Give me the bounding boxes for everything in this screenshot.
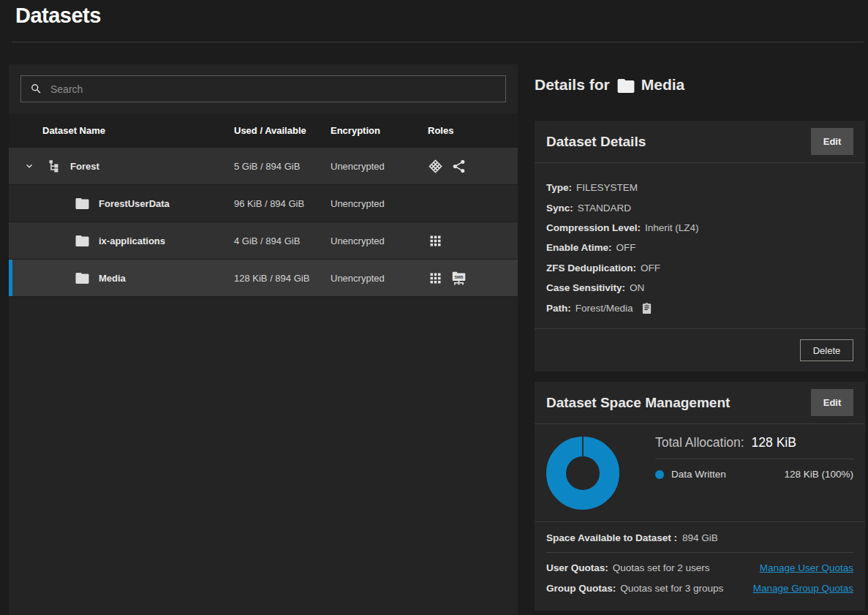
dataset-name: ForestUserData bbox=[99, 198, 170, 209]
encryption-value: Unencrypted bbox=[331, 198, 428, 209]
folder-icon bbox=[75, 198, 89, 209]
delete-dataset-button[interactable]: Delete bbox=[800, 339, 853, 361]
encryption-value: Unencrypted bbox=[331, 161, 428, 172]
search-icon bbox=[30, 83, 42, 95]
table-row-media[interactable]: Media 128 KiB / 894 GiB Unencrypted SMB bbox=[9, 260, 518, 297]
details-title-prefix: Details for bbox=[535, 76, 610, 94]
pool-role-icon[interactable] bbox=[428, 159, 443, 174]
column-header-used-available: Used / Available bbox=[234, 125, 331, 136]
dataset-table: Dataset Name Used / Available Encryption… bbox=[9, 113, 518, 297]
search-box[interactable] bbox=[20, 75, 506, 102]
space-available-row: Space Available to Dataset : 894 GiB bbox=[535, 521, 865, 552]
field-type: Type: FILESYSTEM bbox=[546, 178, 853, 197]
folder-icon bbox=[75, 235, 89, 246]
dataset-name: Media bbox=[99, 273, 126, 284]
used-available-value: 96 KiB / 894 GiB bbox=[234, 198, 331, 209]
dataset-root-icon bbox=[47, 159, 61, 173]
datasets-page: Datasets Dataset Name Used / Available E… bbox=[0, 0, 868, 615]
title-divider bbox=[12, 42, 864, 42]
table-row-forestuserdata[interactable]: ForestUserData 96 KiB / 894 GiB Unencryp… bbox=[9, 185, 518, 222]
quotas-section: User Quotas: Quotas set for 2 users Mana… bbox=[546, 552, 853, 603]
smb-share-role-icon[interactable]: SMB bbox=[451, 271, 467, 286]
column-header-roles: Roles bbox=[428, 125, 518, 136]
field-compression-level: Compression Level: Inherit (LZ4) bbox=[546, 218, 853, 238]
dataset-tree-panel: Dataset Name Used / Available Encryption… bbox=[9, 64, 518, 615]
space-available-value: 894 GiB bbox=[682, 532, 718, 543]
encryption-value: Unencrypted bbox=[331, 273, 428, 284]
field-case-sensitivity: Case Sensitivity: ON bbox=[546, 278, 853, 298]
field-enable-atime: Enable Atime: OFF bbox=[546, 238, 853, 257]
dataset-name: Forest bbox=[70, 161, 99, 172]
copy-path-icon[interactable] bbox=[641, 303, 652, 314]
used-available-value: 4 GiB / 894 GiB bbox=[234, 235, 331, 246]
legend-item-data-written: Data Written 128 KiB (100%) bbox=[655, 469, 853, 480]
column-header-encryption: Encryption bbox=[331, 125, 428, 136]
user-quotas-row: User Quotas: Quotas set for 2 users Mana… bbox=[546, 562, 853, 573]
manage-group-quotas-link[interactable]: Manage Group Quotas bbox=[753, 583, 853, 594]
total-allocation-value: 128 KiB bbox=[752, 435, 796, 450]
space-available-label: Space Available to Dataset : bbox=[546, 532, 677, 543]
total-allocation-label: Total Allocation: bbox=[655, 435, 744, 450]
dataset-space-management-card: Dataset Space Management Edit Total Allo… bbox=[535, 382, 865, 611]
edit-space-management-button[interactable]: Edit bbox=[811, 389, 853, 416]
used-available-value: 128 KiB / 894 GiB bbox=[234, 273, 331, 284]
share-role-icon[interactable] bbox=[451, 159, 467, 174]
details-panel-title: Details for Media bbox=[535, 76, 684, 94]
card-title: Dataset Space Management bbox=[546, 395, 730, 411]
edit-dataset-details-button[interactable]: Edit bbox=[811, 128, 853, 155]
details-title-dataset-name: Media bbox=[641, 76, 685, 94]
group-quotas-row: Group Quotas: Quotas set for 3 groups Ma… bbox=[546, 583, 853, 594]
page-title: Datasets bbox=[15, 4, 101, 28]
table-header: Dataset Name Used / Available Encryption… bbox=[9, 113, 518, 148]
search-bar-container bbox=[9, 64, 518, 113]
selected-row-indicator bbox=[9, 260, 12, 296]
dataset-name: ix-applications bbox=[99, 235, 165, 246]
field-sync: Sync: STANDARD bbox=[546, 197, 853, 217]
encryption-value: Unencrypted bbox=[331, 235, 428, 246]
svg-text:SMB: SMB bbox=[454, 275, 463, 279]
apps-role-icon[interactable] bbox=[428, 271, 443, 286]
manage-user-quotas-link[interactable]: Manage User Quotas bbox=[760, 562, 853, 573]
chevron-down-icon[interactable] bbox=[23, 160, 35, 172]
apps-role-icon[interactable] bbox=[428, 233, 443, 249]
column-header-dataset-name: Dataset Name bbox=[9, 125, 234, 136]
field-zfs-deduplication: ZFS Deduplication: OFF bbox=[546, 258, 853, 278]
table-row-forest[interactable]: Forest 5 GiB / 894 GiB Unencrypted bbox=[9, 148, 518, 185]
allocation-section: Total Allocation: 128 KiB Data Written 1… bbox=[535, 424, 865, 521]
used-available-value: 5 GiB / 894 GiB bbox=[234, 161, 331, 172]
legend-dot bbox=[655, 470, 664, 479]
folder-icon bbox=[75, 273, 89, 284]
dataset-details-fields: Type: FILESYSTEM Sync: STANDARD Compress… bbox=[535, 163, 865, 328]
table-row-ix-applications[interactable]: ix-applications 4 GiB / 894 GiB Unencryp… bbox=[9, 222, 518, 260]
field-path: Path: Forest/Media bbox=[546, 298, 853, 317]
card-title: Dataset Details bbox=[546, 134, 646, 150]
dataset-details-card: Dataset Details Edit Type: FILESYSTEM Sy… bbox=[535, 121, 865, 371]
allocation-donut-chart bbox=[546, 437, 619, 510]
folder-icon bbox=[617, 79, 635, 93]
search-input[interactable] bbox=[21, 76, 505, 102]
